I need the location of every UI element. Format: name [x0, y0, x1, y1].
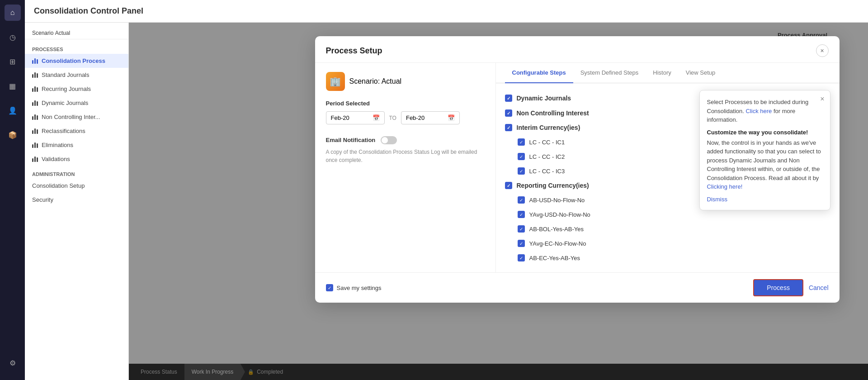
- content-wrapper: Scenario Actual Processes Consolidation …: [25, 23, 868, 380]
- sidebar-icon-box[interactable]: 📦: [5, 127, 21, 143]
- check-ab-ec[interactable]: AB-EC-Yes-AB-Yes: [505, 251, 830, 265]
- calendar-icon-2: 📅: [448, 114, 455, 121]
- tab-system-defined-steps[interactable]: System Defined Steps: [573, 63, 646, 83]
- main-area: Consolidation Control Panel Scenario Act…: [25, 0, 868, 380]
- process-setup-modal: Process Setup × 🏢 Scenario: Actual Perio…: [315, 36, 840, 303]
- checkbox-nci[interactable]: [505, 109, 512, 117]
- lc-cc-ic3-label: LC - CC - IC3: [529, 168, 565, 175]
- sidebar-item-consolidation-setup[interactable]: Consolidation Setup: [25, 179, 128, 193]
- tooltip-close-button[interactable]: ×: [820, 95, 824, 103]
- tooltip-link-2[interactable]: Clicking here!: [707, 183, 743, 190]
- sidebar-item-reclassifications[interactable]: Reclassifications: [25, 124, 128, 138]
- checkbox-yavg-ec[interactable]: [518, 240, 525, 247]
- bar-chart-icon: [32, 58, 38, 64]
- period-to-value: Feb-20: [406, 114, 425, 121]
- ab-bol-label: AB-BOL-Yes-AB-Yes: [529, 226, 584, 233]
- tooltip-popup: × Select Processes to be included during…: [699, 90, 830, 210]
- tooltip-bold-text: Customize the way you consolidate!: [707, 129, 823, 136]
- checkbox-lc-cc-ic3[interactable]: [518, 167, 525, 175]
- sidebar-icon-grid[interactable]: ⊞: [5, 53, 21, 70]
- page-title: Consolidation Control Panel: [25, 0, 868, 23]
- period-section: Period Selected Feb-20 📅 TO Feb-20 📅: [326, 100, 485, 124]
- sidebar: ⌂ ◷ ⊞ ▦ 👤 📦 ⚙: [0, 0, 25, 380]
- sidebar-icon-gear[interactable]: ⚙: [5, 355, 21, 371]
- tab-history[interactable]: History: [646, 63, 678, 83]
- lc-cc-ic2-label: LC - CC - IC2: [529, 153, 565, 160]
- sidebar-item-recurring-journals[interactable]: Recurring Journals: [25, 82, 128, 96]
- scenario-logo: 🏢: [326, 72, 345, 91]
- nav-item-label: Consolidation Process: [42, 57, 105, 64]
- checkbox-interim-currencies[interactable]: [505, 124, 512, 131]
- sidebar-icon-clock[interactable]: ◷: [5, 29, 21, 45]
- period-from-value: Feb-20: [331, 114, 349, 121]
- modal-close-button[interactable]: ×: [816, 44, 829, 57]
- period-row: Feb-20 📅 TO Feb-20 📅: [326, 111, 485, 124]
- bar-chart-icon-2: [32, 72, 38, 78]
- nav-item-label: Standard Journals: [42, 71, 90, 78]
- interim-currencies-label: Interim Currency(ies): [517, 124, 580, 131]
- modal-title: Process Setup: [326, 46, 382, 56]
- save-settings-checkbox[interactable]: [326, 284, 333, 291]
- sidebar-item-eliminations[interactable]: Eliminations: [25, 138, 128, 152]
- processes-title: Processes: [25, 43, 128, 54]
- cancel-button[interactable]: Cancel: [809, 284, 829, 291]
- tooltip-link-1[interactable]: Click here: [746, 108, 772, 114]
- modal-header: Process Setup ×: [315, 36, 840, 63]
- admin-title: Administration: [25, 166, 128, 179]
- bar-chart-icon-6: [32, 128, 38, 134]
- right-panel: Process Approval Complete Reports Consol…: [129, 23, 868, 380]
- check-ab-bol[interactable]: AB-BOL-Yes-AB-Yes: [505, 222, 830, 236]
- nav-item-label: Dynamic Journals: [42, 100, 88, 106]
- period-from-input[interactable]: Feb-20 📅: [326, 111, 385, 124]
- email-notification-toggle[interactable]: [381, 136, 397, 144]
- yavg-usd-label: YAvg-USD-No-Flow-No: [529, 211, 590, 218]
- dynamic-journals-label: Dynamic Journals: [517, 95, 571, 102]
- checkbox-lc-cc-ic1[interactable]: [518, 138, 525, 146]
- sidebar-item-nci[interactable]: Non Controlling Inter...: [25, 110, 128, 124]
- tabs-row: Configurable Steps System Defined Steps …: [496, 63, 840, 83]
- tooltip-text-2: Now, the control is in your hands as we'…: [707, 138, 823, 191]
- nav-item-label: Eliminations: [42, 142, 73, 148]
- save-settings-label: Save my settings: [337, 285, 382, 291]
- modal-body: 🏢 Scenario: Actual Period Selected Feb-2…: [315, 63, 840, 272]
- sidebar-item-standard-journals[interactable]: Standard Journals: [25, 68, 128, 82]
- nci-label: Non Controlling Interest: [517, 109, 589, 117]
- sidebar-item-consolidation[interactable]: Consolidation Process: [25, 54, 128, 68]
- calendar-icon: 📅: [373, 114, 380, 121]
- process-button[interactable]: Process: [753, 279, 803, 296]
- checkbox-ab-bol[interactable]: [518, 225, 525, 233]
- sidebar-icon-home[interactable]: ⌂: [5, 5, 21, 21]
- nav-item-label: Non Controlling Inter...: [42, 114, 100, 120]
- bar-chart-icon-4: [32, 100, 38, 106]
- period-separator: TO: [389, 115, 396, 121]
- bar-chart-icon-5: [32, 114, 38, 120]
- scenario-value: Actual: [55, 30, 70, 36]
- bar-chart-icon-7: [32, 142, 38, 148]
- tab-view-setup[interactable]: View Setup: [679, 63, 723, 83]
- checkbox-dynamic-journals[interactable]: [505, 95, 512, 102]
- left-nav: Scenario Actual Processes Consolidation …: [25, 23, 129, 380]
- checkbox-reporting-currencies[interactable]: [505, 182, 512, 189]
- nav-item-label: Reclassifications: [42, 128, 85, 134]
- checkbox-ab-usd[interactable]: [518, 196, 525, 204]
- sidebar-item-security[interactable]: Security: [25, 193, 128, 207]
- email-notification-row: Email Notification A copy of the Consoli…: [326, 135, 485, 164]
- tooltip-dismiss-button[interactable]: Dismiss: [707, 196, 823, 203]
- checkbox-yavg-usd[interactable]: [518, 211, 525, 218]
- email-notification-desc: A copy of the Consolidation Process Stat…: [326, 148, 485, 164]
- checkbox-lc-cc-ic2[interactable]: [518, 153, 525, 160]
- sidebar-item-validations[interactable]: Validations: [25, 152, 128, 166]
- check-yavg-ec[interactable]: YAvg-EC-No-Flow-No: [505, 236, 830, 251]
- sidebar-icon-person[interactable]: 👤: [5, 102, 21, 119]
- save-my-settings-row: Save my settings: [326, 284, 748, 291]
- modal-footer: Save my settings Process Cancel: [315, 272, 840, 303]
- email-notification-label: Email Notification: [326, 137, 376, 143]
- nav-item-label: Validations: [42, 156, 70, 162]
- sidebar-item-dynamic-journals[interactable]: Dynamic Journals: [25, 96, 128, 110]
- tab-configurable-steps[interactable]: Configurable Steps: [505, 63, 573, 83]
- period-to-input[interactable]: Feb-20 📅: [401, 111, 460, 124]
- sidebar-icon-chart[interactable]: ▦: [5, 78, 21, 94]
- ab-ec-label: AB-EC-Yes-AB-Yes: [529, 255, 580, 261]
- reporting-currencies-label: Reporting Currency(ies): [517, 182, 589, 189]
- checkbox-ab-ec[interactable]: [518, 254, 525, 261]
